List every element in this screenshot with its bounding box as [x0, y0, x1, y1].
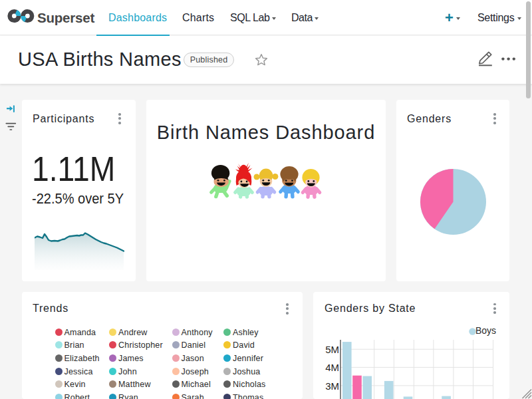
- svg-text:3M: 3M: [325, 380, 339, 392]
- svg-text:4M: 4M: [325, 362, 339, 373]
- svg-text:5M: 5M: [325, 344, 339, 355]
- svg-text:Boys: Boys: [475, 325, 496, 336]
